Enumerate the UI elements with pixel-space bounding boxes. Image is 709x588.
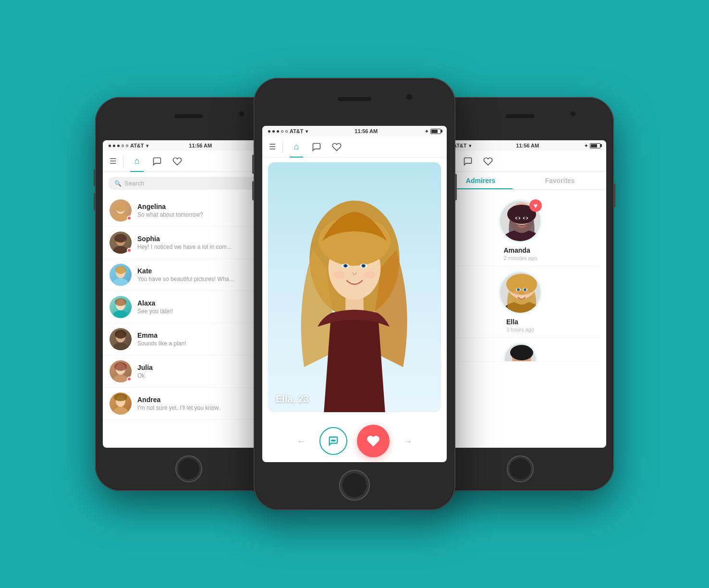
unread-dot-angelina (127, 216, 132, 220)
admirer-avatar-wrap-partial (503, 343, 537, 362)
admirer-info-ella: Ella 3 hours ago (506, 318, 534, 332)
list-item[interactable]: Kate You have so beautiful pictures! Wha… (103, 259, 275, 291)
svg-point-7 (115, 266, 126, 274)
signal3c (277, 130, 279, 133)
status-left-center: AT&T ▾ (268, 128, 308, 134)
home-nav-left[interactable]: ⌂ (130, 155, 144, 168)
profile-card[interactable]: Ella, 23 (268, 162, 441, 412)
avatar-wrap-angelina (110, 199, 132, 221)
love-btn[interactable] (357, 425, 390, 457)
list-item[interactable]: Alaxa See you later! (103, 291, 275, 323)
prev-btn[interactable]: ← (293, 432, 310, 450)
menu-icon-center[interactable]: ☰ (269, 142, 276, 151)
avatar-wrap-andrea (110, 392, 132, 415)
side-btn-right[interactable] (613, 184, 615, 208)
svg-point-42 (524, 217, 527, 220)
signal4 (122, 145, 124, 147)
status-left-carrier: AT&T ▾ (109, 143, 148, 148)
svg-point-16 (114, 362, 127, 371)
svg-point-17 (113, 375, 128, 382)
heart-badge-amanda: ♥ (529, 199, 542, 212)
status-right-right: ✦ (584, 143, 600, 148)
msg-content-alaxa: Alaxa See you later! (137, 299, 268, 315)
status-bar-right: AT&T ▾ 11:56 AM ✦ (434, 140, 606, 151)
heart-nav-right[interactable] (481, 155, 495, 168)
tabs-bar: Admirers Favorites (434, 172, 606, 190)
signal2c (272, 130, 275, 133)
svg-point-34 (333, 440, 334, 441)
admirers-list: ♥ Amanda 2 minutes ago (434, 190, 606, 367)
action-bar: ← → (262, 417, 447, 462)
chat-nav-left[interactable] (150, 155, 164, 168)
svg-point-49 (524, 288, 526, 291)
home-btn-center[interactable] (339, 470, 370, 501)
admirer-avatar-wrap-amanda: ♥ (499, 199, 542, 243)
msg-name-emma: Emma (137, 331, 268, 339)
search-bar[interactable]: 🔍 Search (109, 177, 269, 190)
svg-point-47 (517, 288, 520, 291)
time-center: 11:56 AM (354, 128, 378, 134)
carrier-center: AT&T (290, 128, 304, 134)
admirer-item-partial[interactable] (441, 338, 599, 362)
time-right: 11:56 AM (516, 143, 539, 148)
wifi-center: ▾ (306, 129, 308, 134)
msg-preview-emma: Sounds like a plan! (137, 340, 268, 347)
admirer-item-amanda[interactable]: ♥ Amanda 2 minutes ago (441, 195, 599, 266)
side-btn-center[interactable] (455, 174, 457, 200)
svg-point-19 (114, 393, 127, 401)
list-item[interactable]: Angelina So what about tomorrow? (103, 195, 275, 227)
msg-name-angelina: Angelina (137, 203, 268, 210)
vol-down-center[interactable] (252, 181, 254, 200)
home-btn-right[interactable] (507, 455, 534, 482)
signal5 (126, 145, 128, 147)
vol-up-center[interactable] (252, 155, 254, 174)
wifi-right: ▾ (469, 143, 471, 148)
msg-preview-julia: Ok. (137, 372, 268, 379)
list-item[interactable]: Julia Ok. (103, 355, 275, 388)
vol-up-left[interactable] (94, 169, 96, 186)
msg-preview-sophia: Hey! I noticed we have a lot in com... (137, 244, 268, 250)
heart-nav-center[interactable] (330, 140, 343, 154)
message-list: Angelina So what about tomorrow? (103, 195, 275, 420)
svg-point-32 (365, 271, 376, 279)
svg-point-54 (510, 345, 533, 360)
home-btn-left[interactable] (175, 455, 202, 482)
signal3 (117, 145, 120, 147)
msg-content-andrea: Andrea I'm not sure yet. I'll let you kn… (137, 396, 268, 411)
next-btn[interactable]: → (399, 432, 416, 450)
list-item[interactable]: Emma Sounds like a plan! (103, 323, 275, 355)
chat-nav-center[interactable] (310, 140, 323, 154)
chat-action-btn[interactable] (319, 427, 347, 455)
svg-point-4 (114, 234, 127, 243)
svg-point-33 (331, 440, 332, 441)
msg-name-kate: Kate (137, 267, 268, 275)
search-placeholder: Search (124, 180, 144, 187)
msg-name-sophia: Sophia (137, 235, 268, 243)
admirer-item-ella[interactable]: Ella 3 hours ago (441, 266, 599, 338)
camera-left (239, 111, 244, 116)
tab-favorites[interactable]: Favorites (520, 177, 599, 189)
svg-point-27 (344, 265, 347, 268)
list-item[interactable]: Sophia Hey! I noticed we have a lot in c… (103, 227, 275, 259)
menu-icon-left[interactable]: ☰ (110, 157, 116, 166)
avatar-wrap-julia (110, 360, 132, 382)
screen-left: AT&T ▾ 11:56 AM ✦ ☰ ⌂ (103, 140, 275, 448)
home-nav-center[interactable]: ⌂ (290, 140, 303, 154)
msg-content-kate: Kate You have so beautiful pictures! Wha… (137, 267, 268, 282)
svg-point-10 (115, 298, 126, 306)
heart-nav-left[interactable] (171, 155, 184, 168)
nav-divider-left (123, 156, 123, 167)
carrier-left: AT&T (130, 143, 144, 148)
bluetooth-right: ✦ (584, 143, 588, 148)
chat-nav-right[interactable] (461, 155, 475, 168)
svg-point-45 (506, 274, 537, 295)
svg-point-14 (113, 343, 128, 350)
list-item[interactable]: Andrea I'm not sure yet. I'll let you kn… (103, 388, 275, 420)
msg-content-julia: Julia Ok. (137, 364, 268, 379)
avatar-andrea (110, 392, 132, 415)
admirer-name-amanda: Amanda (503, 246, 537, 254)
svg-point-1 (115, 202, 126, 212)
vol-down-left[interactable] (94, 193, 96, 210)
svg-point-40 (516, 217, 519, 220)
battery-center (430, 129, 441, 134)
